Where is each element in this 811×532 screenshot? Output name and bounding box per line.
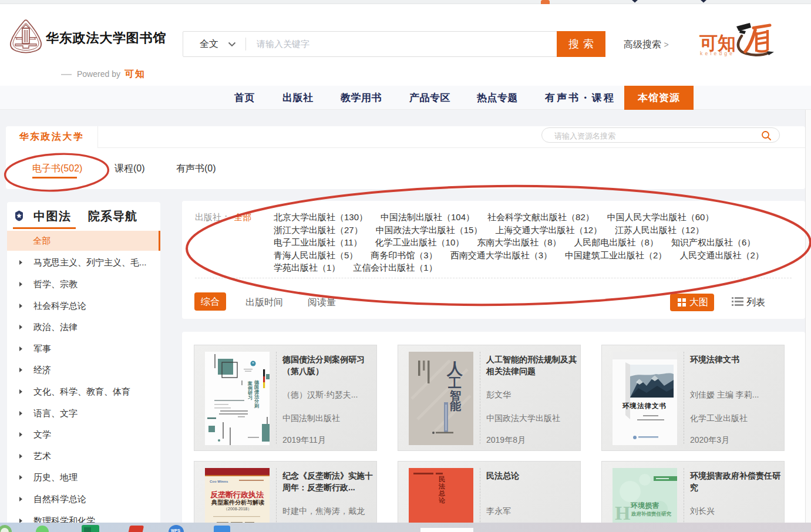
svg-text:民: 民	[439, 476, 445, 483]
svg-text:法: 法	[438, 483, 445, 490]
svg-text:环境法律文书: 环境法律文书	[622, 402, 667, 409]
svg-text:习: 习	[248, 395, 253, 400]
svg-text:则: 则	[254, 403, 259, 409]
svg-text:（2008-2018）: （2008-2018）	[224, 507, 251, 511]
svg-text:工: 工	[447, 375, 462, 390]
svg-text:keledge: keledge	[700, 50, 735, 56]
svg-text:典型案件分析与解读: 典型案件分析与解读	[211, 499, 264, 506]
svg-text:环境损害: 环境损害	[630, 501, 659, 510]
svg-text:总: 总	[438, 490, 446, 497]
svg-text:政府补偿责任研究: 政府补偿责任研究	[631, 511, 672, 517]
svg-text:论: 论	[439, 497, 446, 504]
svg-text:H: H	[615, 502, 630, 524]
svg-text:Coo Winns: Coo Winns	[210, 480, 228, 483]
svg-text:能: 能	[450, 400, 462, 412]
svg-text:反垄断行政执法: 反垄断行政执法	[210, 490, 264, 499]
